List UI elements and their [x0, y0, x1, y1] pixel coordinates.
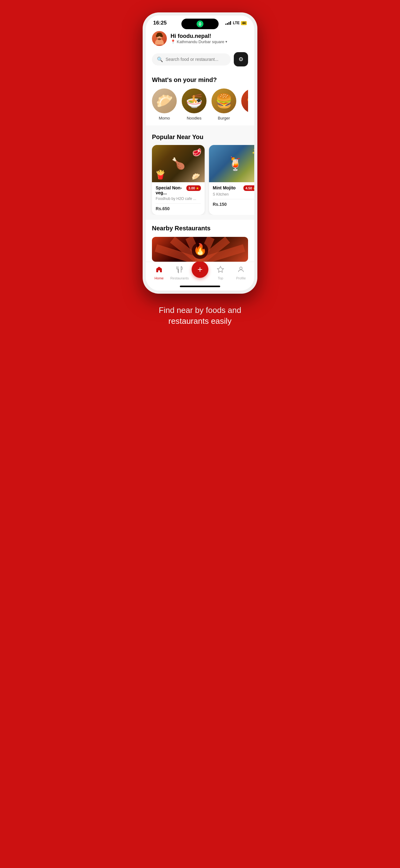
bottom-nav: Home Restaurants + — [146, 262, 254, 282]
nav-top-label: Top — [218, 276, 223, 280]
filter-button[interactable]: ⚙ — [234, 52, 248, 66]
location-pin-icon: 📍 — [171, 39, 175, 44]
add-icon: + — [198, 265, 202, 274]
header: Hi foodu.nepal! 📍 Kathmandu Durbar squar… — [146, 28, 254, 50]
restaurant-name-1: Foodhub by H2O cafe ... — [156, 196, 201, 201]
restaurant-preview-image: 🔥 — [152, 237, 248, 262]
food-name-1: Special Non-veg... — [156, 185, 186, 195]
nav-restaurants[interactable]: Restaurants — [169, 266, 190, 280]
categories-title: What's on your mind? — [152, 76, 248, 84]
svg-marker-16 — [218, 266, 224, 272]
divider-1 — [156, 203, 201, 204]
categories-section: What's on your mind? 🥟 Momo 🍜 Noodles — [146, 71, 254, 125]
momo-image: 🥟 — [152, 89, 177, 113]
noodles-image: 🍜 — [182, 89, 206, 113]
rating-badge-2: 4.50 ★ — [243, 185, 254, 191]
home-bar — [180, 286, 220, 287]
nearby-section: Nearby Restaurants — [146, 220, 254, 262]
nearby-preview: 🔥 — [152, 237, 248, 262]
avatar — [152, 31, 167, 46]
nearby-title: Nearby Restaurants — [152, 225, 248, 232]
momo-label: Momo — [159, 116, 170, 120]
burger-image: 🍔 — [211, 89, 236, 113]
rating-value-2: 4.50 — [245, 186, 252, 190]
nav-home[interactable]: Home — [149, 266, 169, 280]
food-card-body-1: Special Non-veg... 3.00 ★ Foodhub by H2O… — [152, 182, 205, 215]
search-input-wrapper[interactable]: 🔍 — [152, 53, 231, 65]
main-content: What's on your mind? 🥟 Momo 🍜 Noodles — [146, 71, 254, 262]
category-burger[interactable]: 🍔 Burger — [211, 89, 236, 120]
status-bar: 16:25 LTE 44 — [146, 16, 254, 28]
nav-top[interactable]: Top — [210, 266, 231, 280]
dynamic-island — [181, 19, 219, 29]
status-time: 16:25 — [153, 20, 167, 26]
status-icons: LTE 44 — [226, 21, 247, 25]
food-card-2[interactable]: ✨ 🍹 Mint Mojito 4.50 ★ S Kitc — [209, 145, 254, 215]
network-label: LTE — [233, 21, 240, 25]
food-image-2: ✨ 🍹 — [209, 145, 254, 182]
food-cards-row: 🍟 🥩 🥟 🍗 Special Non-veg... 3.00 ★ — [146, 145, 254, 215]
noodles-label: Noodles — [187, 116, 202, 120]
search-bar: 🔍 ⚙ — [146, 50, 254, 71]
add-button[interactable]: + — [192, 261, 208, 278]
location-text: Kathmandu Durbar square — [177, 39, 224, 44]
header-text: Hi foodu.nepal! 📍 Kathmandu Durbar squar… — [171, 33, 227, 44]
burger-label: Burger — [218, 116, 230, 120]
nav-restaurants-label: Restaurants — [170, 276, 189, 280]
chevron-down-icon: ▾ — [226, 40, 227, 44]
category-momo[interactable]: 🥟 Momo — [152, 89, 177, 120]
popular-section: Popular Near You 🍟 🥩 🥟 🍗 Special Non-v — [146, 128, 254, 217]
search-icon: 🔍 — [157, 57, 163, 62]
category-noodles[interactable]: 🍜 Noodles — [182, 89, 206, 120]
nav-add[interactable]: + — [190, 268, 210, 278]
svg-point-6 — [158, 38, 161, 40]
profile-icon — [237, 266, 245, 275]
pizza-image: 🍕 — [241, 89, 248, 113]
rating-badge-1: 3.00 ★ — [186, 185, 201, 191]
rating-star-2: ★ — [253, 187, 254, 190]
food-card-body-2: Mint Mojito 4.50 ★ S Kitchen Rs.150 — [209, 182, 254, 211]
location-row[interactable]: 📍 Kathmandu Durbar square ▾ — [171, 39, 227, 44]
food-name-2: Mint Mojito — [213, 185, 236, 190]
filter-icon: ⚙ — [238, 56, 243, 63]
battery-level: 44 — [241, 21, 247, 25]
nav-profile[interactable]: Profile — [231, 266, 251, 280]
home-indicator — [146, 282, 254, 290]
greeting-text: Hi foodu.nepal! — [171, 33, 227, 39]
home-icon — [155, 266, 163, 275]
category-pizza[interactable]: 🍕 Pizza — [241, 89, 248, 120]
restaurant-name-2: S Kitchen — [213, 192, 254, 196]
dynamic-island-icon — [197, 21, 203, 27]
rating-star-1: ★ — [196, 187, 199, 190]
signal-icon — [226, 21, 231, 25]
svg-point-17 — [240, 267, 242, 270]
svg-point-4 — [156, 35, 158, 37]
nav-profile-label: Profile — [236, 276, 245, 280]
search-input[interactable] — [166, 57, 226, 62]
food-price-2: Rs.150 — [213, 202, 254, 207]
nav-home-label: Home — [155, 276, 163, 280]
phone-screen: 16:25 LTE 44 — [146, 16, 254, 290]
popular-title: Popular Near You — [146, 133, 254, 145]
food-card-1[interactable]: 🍟 🥩 🥟 🍗 Special Non-veg... 3.00 ★ — [152, 145, 205, 215]
svg-point-7 — [158, 36, 159, 37]
svg-point-8 — [160, 36, 161, 37]
food-price-1: Rs.650 — [156, 206, 201, 211]
top-icon — [217, 266, 224, 275]
flame-icon: 🔥 — [193, 243, 207, 256]
svg-point-5 — [161, 35, 163, 37]
restaurants-icon — [176, 266, 183, 275]
rating-value-1: 3.00 — [189, 186, 195, 190]
caption-text: Find near by foods and restaurants easil… — [151, 305, 249, 327]
categories-row: 🥟 Momo 🍜 Noodles 🍔 Bur — [152, 89, 248, 120]
food-image-1: 🍟 🥩 🥟 🍗 — [152, 145, 205, 182]
phone-frame: 16:25 LTE 44 — [143, 12, 257, 294]
